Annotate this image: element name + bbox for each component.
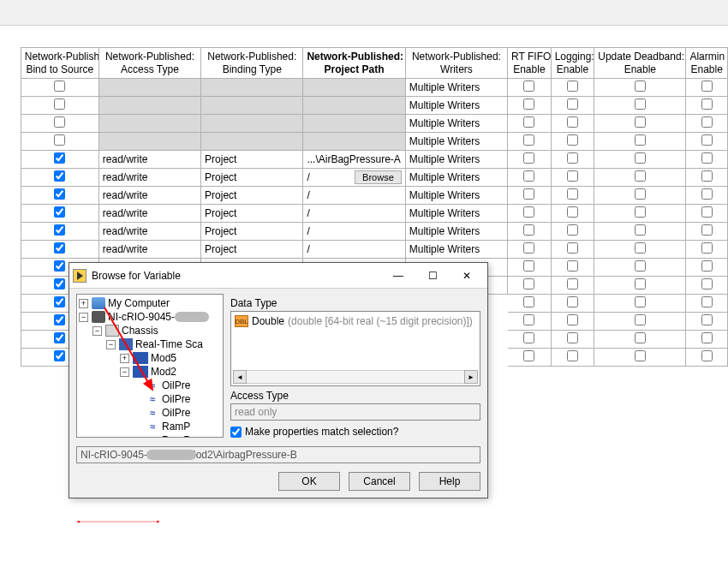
enable-checkbox[interactable] <box>635 170 646 182</box>
bind-checkbox[interactable] <box>54 188 65 200</box>
enable-checkbox[interactable] <box>523 170 534 182</box>
scroll-right-icon[interactable]: ► <box>464 370 478 384</box>
enable-checkbox[interactable] <box>567 170 578 182</box>
col-bind-source[interactable]: Network-Published:Bind to Source <box>21 48 98 79</box>
tree-signal[interactable]: ≈RamP <box>79 433 221 438</box>
enable-checkbox[interactable] <box>523 260 534 272</box>
enable-checkbox[interactable] <box>567 81 578 92</box>
enable-checkbox[interactable] <box>567 242 578 254</box>
enable-checkbox[interactable] <box>523 134 534 146</box>
enable-checkbox[interactable] <box>523 98 534 110</box>
bind-checkbox[interactable] <box>54 314 65 325</box>
enable-checkbox[interactable] <box>635 242 646 254</box>
enable-checkbox[interactable] <box>701 224 713 236</box>
enable-checkbox[interactable] <box>701 188 713 200</box>
h-scrollbar[interactable]: ◄ ► <box>233 370 478 384</box>
binding-cell[interactable]: Project <box>201 241 303 259</box>
enable-checkbox[interactable] <box>567 296 578 307</box>
binding-cell[interactable]: Project <box>201 169 303 187</box>
path-cell[interactable]: / <box>303 223 405 241</box>
enable-checkbox[interactable] <box>701 278 713 289</box>
enable-checkbox[interactable] <box>523 332 534 343</box>
enable-checkbox[interactable] <box>523 278 534 289</box>
enable-checkbox[interactable] <box>635 332 646 343</box>
access-cell[interactable]: read/write <box>98 151 200 169</box>
table-row[interactable]: Multiple Writers <box>0 133 728 151</box>
enable-checkbox[interactable] <box>635 81 646 92</box>
enable-checkbox[interactable] <box>701 98 713 110</box>
enable-checkbox[interactable] <box>635 278 646 289</box>
enable-checkbox[interactable] <box>567 116 578 128</box>
enable-checkbox[interactable] <box>635 350 646 361</box>
match-properties-checkbox[interactable] <box>230 427 242 438</box>
tree-mod5[interactable]: +Mod5 <box>79 351 221 365</box>
writers-cell[interactable]: Multiple Writers <box>405 205 507 223</box>
browse-button[interactable]: Browse <box>355 170 402 184</box>
bind-checkbox[interactable] <box>54 134 65 146</box>
enable-checkbox[interactable] <box>567 278 578 289</box>
enable-checkbox[interactable] <box>567 188 578 200</box>
col-binding-type[interactable]: Network-Published:Binding Type <box>201 48 303 79</box>
enable-checkbox[interactable] <box>701 242 713 254</box>
table-row[interactable]: Multiple Writers <box>0 97 728 115</box>
enable-checkbox[interactable] <box>701 260 713 272</box>
ok-button[interactable]: OK <box>278 472 340 491</box>
bind-checkbox[interactable] <box>54 81 65 92</box>
bind-checkbox[interactable] <box>54 152 65 164</box>
enable-checkbox[interactable] <box>635 224 646 236</box>
enable-checkbox[interactable] <box>701 134 713 146</box>
enable-checkbox[interactable] <box>635 206 646 218</box>
enable-checkbox[interactable] <box>523 242 534 254</box>
access-cell[interactable]: read/write <box>98 241 200 259</box>
bind-checkbox[interactable] <box>54 350 65 361</box>
table-row[interactable]: read/writeProject/Multiple Writers <box>0 241 728 259</box>
writers-cell[interactable]: Multiple Writers <box>405 241 507 259</box>
bind-checkbox[interactable] <box>54 224 65 236</box>
path-cell[interactable]: / <box>303 241 405 259</box>
bind-checkbox[interactable] <box>54 170 65 182</box>
access-cell[interactable]: read/write <box>98 187 200 205</box>
binding-cell[interactable]: Project <box>201 205 303 223</box>
enable-checkbox[interactable] <box>523 224 534 236</box>
enable-checkbox[interactable] <box>523 206 534 218</box>
scroll-left-icon[interactable]: ◄ <box>233 370 247 384</box>
enable-checkbox[interactable] <box>567 98 578 110</box>
enable-checkbox[interactable] <box>701 170 713 182</box>
tree-chassis[interactable]: −Chassis <box>79 324 221 337</box>
path-cell[interactable]: ...\AirBagPressure-A <box>303 151 405 169</box>
enable-checkbox[interactable] <box>523 188 534 200</box>
table-row[interactable]: read/writeProject/BrowseMultiple Writers <box>0 169 728 187</box>
enable-checkbox[interactable] <box>701 314 713 325</box>
enable-checkbox[interactable] <box>523 314 534 325</box>
tree-pane[interactable]: +My Computer −NI-cRIO-9045- −Chassis −Re… <box>76 294 224 438</box>
enable-checkbox[interactable] <box>701 332 713 343</box>
col-access-type[interactable]: Network-Published:Access Type <box>98 48 200 79</box>
bind-checkbox[interactable] <box>54 296 65 307</box>
enable-checkbox[interactable] <box>701 296 713 307</box>
table-row[interactable]: read/writeProject/Multiple Writers <box>0 187 728 205</box>
help-button[interactable]: Help <box>419 472 480 491</box>
enable-checkbox[interactable] <box>635 116 646 128</box>
enable-checkbox[interactable] <box>523 116 534 128</box>
col-alarming[interactable]: AlarminEnable <box>686 48 728 79</box>
access-cell[interactable]: read/write <box>98 223 200 241</box>
close-button[interactable]: ✕ <box>450 264 484 288</box>
col-rtfifo[interactable]: RT FIFO:Enable <box>508 48 552 79</box>
enable-checkbox[interactable] <box>567 260 578 272</box>
enable-checkbox[interactable] <box>567 332 578 343</box>
enable-checkbox[interactable] <box>701 81 713 92</box>
writers-cell[interactable]: Multiple Writers <box>405 187 507 205</box>
enable-checkbox[interactable] <box>701 206 713 218</box>
enable-checkbox[interactable] <box>523 296 534 307</box>
table-row[interactable]: Multiple Writers <box>0 79 728 97</box>
enable-checkbox[interactable] <box>567 350 578 361</box>
bind-checkbox[interactable] <box>54 278 65 289</box>
col-deadband[interactable]: Update Deadband:Enable <box>594 48 686 79</box>
enable-checkbox[interactable] <box>635 152 646 164</box>
bind-checkbox[interactable] <box>54 332 65 343</box>
enable-checkbox[interactable] <box>567 206 578 218</box>
path-cell[interactable]: / <box>303 187 405 205</box>
tree-signal[interactable]: ≈OilPre <box>79 406 221 420</box>
access-cell[interactable]: read/write <box>98 169 200 187</box>
tree-signal[interactable]: ≈OilPre <box>79 379 221 392</box>
